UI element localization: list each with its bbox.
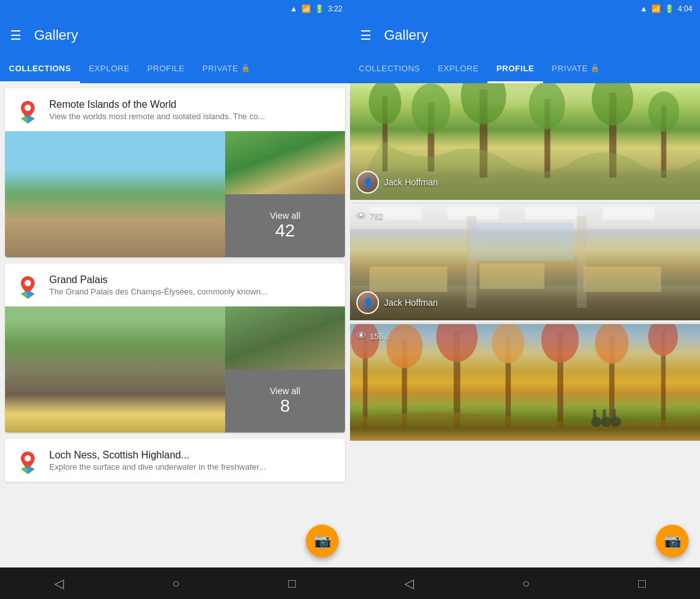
maps-icon-3: [14, 446, 42, 474]
photo-thumb-1a: [225, 131, 345, 194]
recents-nav-left[interactable]: □: [288, 576, 296, 591]
svg-point-3: [25, 280, 31, 286]
left-phone: ▲ 📶 🔋 3:22 ☰ Gallery COLLECTIONS EXPLORE…: [0, 0, 350, 599]
svg-rect-26: [480, 264, 545, 289]
svg-rect-25: [370, 267, 447, 292]
svg-rect-49: [593, 409, 596, 422]
tab-bar-right: COLLECTIONS EXPLORE PROFILE PRIVATE 🔒: [350, 53, 700, 83]
tab-collections-right[interactable]: COLLECTIONS: [350, 53, 429, 83]
photo-side-2: View all 8: [225, 306, 345, 433]
lock-icon-left: 🔒: [241, 64, 251, 73]
svg-rect-51: [612, 409, 615, 422]
collection-card-loch-ness[interactable]: Loch Ness, Scottish Highland... Explore …: [5, 439, 345, 482]
home-nav-left[interactable]: ○: [172, 576, 180, 591]
collection-card-remote-islands[interactable]: Remote Islands of the World View the wor…: [5, 88, 345, 257]
svg-point-43: [595, 324, 629, 364]
app-bar-right: ☰ Gallery: [350, 18, 700, 53]
collection-desc-2: The Grand Palais des Champs-Élysées, com…: [49, 287, 336, 296]
camera-fab-left[interactable]: 📷: [306, 525, 339, 557]
svg-rect-50: [603, 409, 606, 422]
view-all-label-2: View all: [270, 386, 300, 396]
camera-icon-left: 📷: [314, 533, 331, 549]
svg-point-16: [592, 83, 633, 125]
eye-icon-forest: 👁: [356, 330, 366, 342]
user-info-park: 👤 Jack Hoffman: [356, 171, 438, 194]
svg-rect-29: [577, 216, 586, 308]
svg-point-39: [492, 324, 524, 363]
svg-point-8: [369, 83, 401, 124]
svg-point-1: [25, 105, 31, 111]
avatar-office: 👤: [356, 291, 379, 314]
collection-desc-1: View the worlds most remote and isolated…: [49, 112, 336, 121]
panorama-card-forest[interactable]: 👁 156...: [350, 324, 700, 441]
profile-content: 👤 Jack Hoffman: [350, 83, 700, 567]
status-bar-right: ▲ 📶 🔋 4:04: [350, 0, 700, 18]
panorama-card-office[interactable]: 👁 762 👤 Jack Hoffman: [350, 204, 700, 320]
svg-point-5: [25, 455, 31, 462]
view-all-label-1: View all: [270, 211, 300, 221]
wifi-icon: ▲: [290, 4, 298, 13]
menu-icon-left[interactable]: ☰: [10, 28, 21, 43]
nav-bar-right: ◁ ○ □: [350, 567, 700, 599]
photo-grid-1: View all 42: [5, 131, 345, 257]
username-office: Jack Hoffman: [384, 298, 438, 308]
collection-title-1: Remote Islands of the World: [49, 99, 336, 110]
lock-icon-right: 🔒: [590, 64, 600, 73]
back-nav-left[interactable]: ◁: [54, 576, 64, 591]
view-all-count-1: 42: [275, 221, 295, 241]
user-info-office: 👤 Jack Hoffman: [356, 291, 438, 314]
avatar-park: 👤: [356, 171, 379, 194]
camera-fab-right[interactable]: 📷: [656, 525, 689, 557]
tab-private-right[interactable]: PRIVATE 🔒: [543, 53, 609, 83]
collection-title-2: Grand Palais: [49, 274, 336, 286]
collection-card-grand-palais[interactable]: Grand Palais The Grand Palais des Champs…: [5, 264, 345, 433]
photo-thumb-2b[interactable]: View all 8: [225, 369, 345, 433]
menu-icon-right[interactable]: ☰: [360, 28, 371, 43]
photo-main-2: [5, 306, 225, 433]
collections-content: Remote Islands of the World View the wor…: [0, 83, 350, 567]
tab-private-left[interactable]: PRIVATE 🔒: [194, 53, 260, 83]
app-title-right: Gallery: [384, 27, 428, 44]
svg-rect-30: [470, 223, 573, 260]
panorama-card-park[interactable]: 👤 Jack Hoffman: [350, 83, 700, 200]
tab-profile-left[interactable]: PROFILE: [139, 53, 194, 83]
photo-thumb-1b[interactable]: View all 42: [225, 194, 345, 257]
svg-point-10: [412, 83, 451, 134]
count-office: 762: [370, 211, 383, 221]
tab-explore-left[interactable]: EXPLORE: [80, 53, 139, 83]
recents-nav-right[interactable]: □: [638, 576, 646, 591]
photo-side-1: View all 42: [225, 131, 345, 257]
app-title-left: Gallery: [34, 27, 78, 44]
tab-bar-left: COLLECTIONS EXPLORE PROFILE PRIVATE 🔒: [0, 53, 350, 83]
battery-icon: 🔋: [315, 4, 324, 13]
svg-point-14: [529, 83, 566, 129]
tab-profile-right[interactable]: PROFILE: [487, 53, 543, 83]
svg-point-35: [387, 324, 423, 368]
tab-collections-left[interactable]: COLLECTIONS: [0, 53, 80, 83]
maps-icon-1: [14, 96, 42, 124]
maps-icon-2: [14, 271, 42, 299]
svg-point-12: [461, 83, 506, 124]
collection-title-3: Loch Ness, Scottish Highland...: [49, 450, 336, 461]
wifi-icon-right: ▲: [640, 4, 648, 13]
tab-explore-right[interactable]: EXPLORE: [429, 53, 487, 83]
svg-rect-23: [603, 207, 655, 219]
time-left: 3:22: [328, 4, 342, 13]
back-nav-right[interactable]: ◁: [404, 576, 414, 591]
count-forest: 156...: [370, 332, 390, 341]
svg-rect-22: [525, 207, 577, 219]
collection-desc-3: Explore the surface and dive underwater …: [49, 462, 336, 472]
signal-icon: 📶: [301, 4, 311, 13]
photo-grid-2: View all 8: [5, 306, 345, 433]
time-right: 4:04: [678, 4, 692, 13]
app-bar-left: ☰ Gallery: [0, 18, 350, 53]
nav-bar-left: ◁ ○ □: [0, 567, 350, 599]
photo-thumb-2a: [225, 306, 345, 369]
right-phone: ▲ 📶 🔋 4:04 ☰ Gallery COLLECTIONS EXPLORE…: [350, 0, 700, 599]
status-bar-left: ▲ 📶 🔋 3:22: [0, 0, 350, 18]
view-count-forest: 👁 156...: [356, 330, 390, 342]
battery-icon-right: 🔋: [665, 4, 674, 13]
signal-icon-right: 📶: [651, 4, 661, 13]
svg-point-18: [648, 91, 679, 132]
home-nav-right[interactable]: ○: [522, 576, 530, 591]
